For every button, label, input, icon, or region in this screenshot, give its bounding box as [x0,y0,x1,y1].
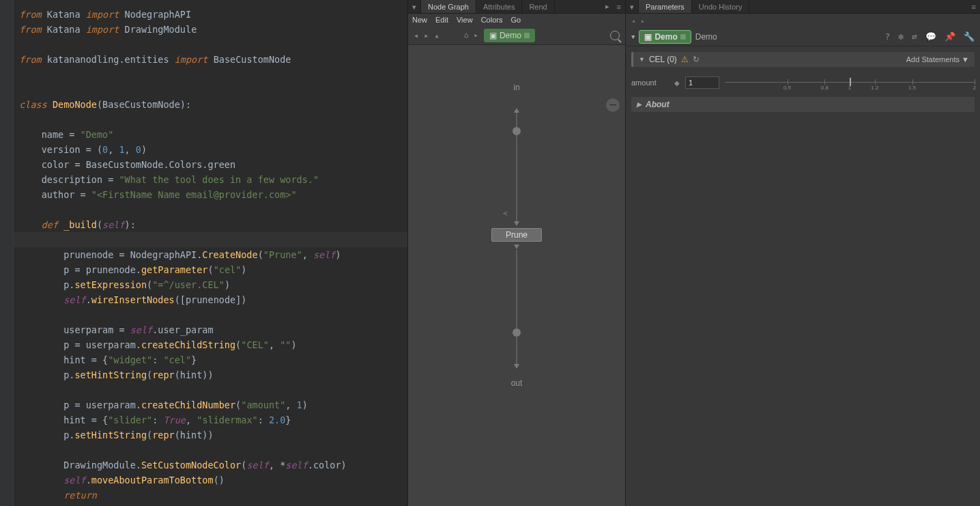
amount-parameter-row: amount ◆ 0.50.811.21.52 [631,76,975,89]
port-in-label: in [513,83,519,92]
add-statements-button[interactable]: Add Statements ▼ [906,55,969,64]
menu-view[interactable]: View [457,16,473,24]
folder-icon: ▣ [489,31,497,40]
panel-menu-icon[interactable]: ≡ [968,3,980,11]
cel-parameter-row[interactable]: ▼ CEL (0) ⚠ ↻ Add Statements ▼ [631,52,975,67]
gear-icon[interactable]: ✻ [898,31,904,42]
tab-parameters[interactable]: Parameters [639,0,692,13]
nav-back-icon[interactable]: ◂ [631,17,635,25]
cel-label: CEL (0) [649,55,677,64]
amount-label: amount [631,79,669,87]
arrow-icon [514,244,519,249]
nav-forward-icon[interactable]: ▸ [641,17,645,25]
input-port[interactable] [513,127,521,135]
search-icon[interactable] [610,31,620,40]
breadcrumb-separator-icon: ▸ [474,31,478,40]
home-icon[interactable]: ⌂ [464,31,469,40]
keyframe-icon[interactable]: ◆ [674,79,680,87]
wire [517,250,517,328]
tab-render[interactable]: Rend [522,0,554,13]
param-node-chip[interactable]: ▣ Demo [639,30,691,44]
disclosure-icon[interactable]: ▼ [639,56,645,63]
output-port[interactable] [513,328,521,337]
wire [517,337,517,364]
disclosure-icon[interactable]: ▶ [637,101,642,108]
params-small-toolbar: ◂ ▸ [626,14,980,27]
nav-back-icon[interactable]: ◂ [414,31,418,40]
menu-go[interactable]: Go [510,16,521,24]
wire [517,113,517,128]
breadcrumb-label: Demo [500,31,521,40]
port-out-label: out [511,378,523,388]
help-icon[interactable]: ? [885,31,891,42]
disclosure-icon[interactable]: ▼ [631,33,635,40]
menu-new[interactable]: New [412,16,427,24]
tab-node-graph[interactable]: Node Graph [421,0,476,13]
arrow-icon [514,221,519,226]
nav-up-icon[interactable]: ▴ [434,31,439,40]
amount-slider[interactable]: 0.50.811.21.52 [725,76,975,89]
tab-dropdown-icon[interactable]: ▾ [408,0,421,13]
chip-status-dot [680,34,686,40]
nodegraph-navbar: ◂ ▸ ▴ ⌂ ▸ ▣ Demo [408,26,625,45]
parameters-panel: ▾ Parameters Undo History ≡ ◂ ▸ ▼ ▣ Demo… [626,0,980,506]
panel-menu-icon[interactable]: ≡ [613,3,625,11]
nav-forward-icon[interactable]: ▸ [424,31,429,40]
arrow-icon [514,108,519,113]
pin-icon[interactable]: 📌 [945,31,955,42]
code-editor-panel: from Katana import NodegraphAPI from Kat… [0,0,407,506]
menu-colors[interactable]: Colors [481,16,503,24]
nodegraph-menubar: New Edit View Colors Go [408,14,625,26]
params-tabbar: ▾ Parameters Undo History ≡ [626,0,980,14]
tab-overflow-icon[interactable]: ▸ [602,2,613,11]
about-section[interactable]: ▶ About [631,97,975,112]
collapse-icon[interactable]: – [606,98,620,112]
nodegraph-tabbar: ▾ Node Graph Attributes Rend ▸ ≡ [408,0,625,14]
wrench-icon[interactable]: 🔧 [964,31,975,42]
warning-icon: ⚠ [681,55,689,64]
refresh-icon[interactable]: ↻ [693,55,700,64]
tab-dropdown-icon[interactable]: ▾ [626,0,639,13]
tab-attributes[interactable]: Attributes [476,0,522,13]
graph-canvas[interactable]: – in < Prune out [408,45,625,506]
nodegraph-panel: ▾ Node Graph Attributes Rend ▸ ≡ New Edi… [407,0,626,506]
prune-node[interactable]: Prune [491,228,542,242]
code-body[interactable]: from Katana import NodegraphAPI from Kat… [14,0,407,506]
folder-icon: ▣ [644,32,652,42]
amount-input[interactable] [685,76,719,89]
param-node-name: Demo [695,32,717,42]
param-header: ▼ ▣ Demo Demo ? ✻ ⇄ 💬 📌 🔧 [626,27,980,46]
chip-label: Demo [654,32,677,42]
param-body: ▼ CEL (0) ⚠ ↻ Add Statements ▼ amount ◆ … [626,46,980,117]
angle-label: < [503,209,508,218]
inherit-icon[interactable]: ⇄ [912,31,917,42]
chip-status-dot [524,33,530,38]
about-label: About [646,100,669,109]
wire [517,135,517,224]
comment-icon[interactable]: 💬 [925,31,936,42]
tab-undo-history[interactable]: Undo History [692,0,750,13]
breadcrumb-demo-chip[interactable]: ▣ Demo [484,29,535,42]
arrow-icon [514,364,519,369]
menu-edit[interactable]: Edit [435,16,448,24]
code-gutter [0,0,14,506]
